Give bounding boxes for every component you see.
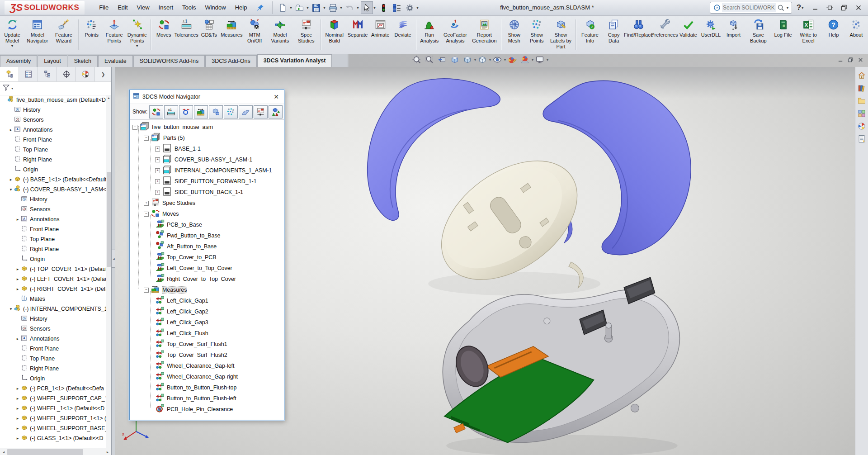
report-generation-button[interactable]: Report Generation <box>470 16 499 54</box>
update-model-button[interactable]: Update Model▼ <box>0 16 24 54</box>
tree-row[interactable]: Top Plane <box>0 145 106 155</box>
settings-gear-caret-icon[interactable]: ▾ <box>417 6 419 10</box>
show-mesh-button[interactable]: Show Mesh <box>503 16 525 54</box>
tree-row[interactable]: Right Plane <box>0 155 106 165</box>
collapsed-arrow-icon[interactable]: ▸ <box>15 436 20 441</box>
import-button[interactable]: Import <box>722 16 745 54</box>
save-document-caret-icon[interactable]: ▾ <box>323 6 325 10</box>
show-labels-by-part-button[interactable]: Show Labels by Part <box>548 16 573 54</box>
feature-points-button[interactable]: Feature Points <box>103 16 126 54</box>
settings-gear-button[interactable] <box>404 1 416 14</box>
navigator-tree-row[interactable]: +INTERNAL_COMPONENTS_1_ASM-1 <box>130 165 284 176</box>
select-cursor-button[interactable] <box>361 1 373 14</box>
show-points-button[interactable] <box>224 105 238 118</box>
tab-evaluate[interactable]: Evaluate <box>98 55 133 67</box>
navigator-tree-row[interactable]: +SIDE_BUTTON_BACK_1-1 <box>130 187 284 198</box>
save-backup-button[interactable]: Save Backup <box>745 16 772 54</box>
navigator-tree-row[interactable]: +SIDE_BUTTON_FORWARD_1-1 <box>130 176 284 187</box>
tolerances-button[interactable]: ±1Tolerances <box>175 16 198 54</box>
menu-insert[interactable]: Insert <box>154 0 178 15</box>
zoom-to-area-button[interactable] <box>423 55 436 65</box>
tree-row[interactable]: ▸(-) TOP_COVER_1<1> (Defaul <box>0 264 106 274</box>
collapsed-arrow-icon[interactable]: ▸ <box>8 177 14 182</box>
collapsed-arrow-icon[interactable]: ▸ <box>15 217 20 222</box>
collapsed-arrow-icon[interactable]: ▸ <box>15 287 20 291</box>
print-document-caret-icon[interactable]: ▾ <box>340 6 342 10</box>
window-close-button[interactable] <box>853 2 864 14</box>
collapsed-arrow-icon[interactable]: ▸ <box>15 277 20 281</box>
panel-tab-displaymanager[interactable] <box>76 67 95 81</box>
menu-edit[interactable]: Edit <box>113 0 132 15</box>
doc-close-button[interactable] <box>855 55 865 64</box>
window-minimize-button[interactable] <box>809 2 821 14</box>
tree-row[interactable]: History <box>0 194 106 204</box>
tree-row[interactable]: ▸(-) BASE_1<1> (Default<<Default: <box>0 175 106 185</box>
scroll-left-arrow[interactable]: ◄ <box>0 448 7 455</box>
tree-row[interactable]: ▸(-) LEFT_COVER_1<1> (Defau <box>0 274 106 284</box>
window-dock-button[interactable] <box>824 2 835 14</box>
menu-help[interactable]: Help <box>231 0 252 15</box>
spec-studies-button[interactable]: Spec Studies <box>294 16 319 54</box>
filter-funnel-icon[interactable] <box>2 83 10 94</box>
tab-3dcs-add-ons[interactable]: 3DCS Add-Ons <box>205 55 256 67</box>
tree-row[interactable]: Top Plane <box>0 354 106 364</box>
search-input[interactable] <box>722 3 776 12</box>
tab-layout[interactable]: Layout <box>38 55 67 67</box>
window-restore-button[interactable] <box>838 2 850 14</box>
tab-3dcs-variation-analyst[interactable]: 3DCS Variation Analyst <box>257 54 332 67</box>
view-settings-caret-icon[interactable]: ▾ <box>547 58 548 62</box>
scroll-up-arrow[interactable]: ▲ <box>106 95 111 101</box>
navigator-close-button[interactable]: ✕ <box>271 92 281 102</box>
tree-row[interactable]: five_button_mouse_asm (Default<Dis <box>0 95 106 105</box>
panel-tab-overflow-button[interactable]: ❯ <box>95 67 111 81</box>
navigator-tree-row[interactable]: Wheel_Clearance_Gap-right <box>130 371 284 382</box>
geofactor-analysis-button[interactable]: GeoFactor Analysis <box>441 16 470 54</box>
expand-box-icon[interactable]: + <box>155 157 160 162</box>
hide-show-items-button[interactable] <box>491 55 504 65</box>
open-document-button[interactable] <box>293 1 306 14</box>
new-document-button[interactable] <box>277 1 289 14</box>
menu-window[interactable]: Window <box>200 0 230 15</box>
navigator-tree-row[interactable]: Top_Cover_Surf_Flush2 <box>130 350 284 360</box>
navigator-tree-row[interactable]: Aft_Button_to_Base <box>130 241 284 252</box>
tree-row[interactable]: ▸(-) WHEEL_SUPPORT_BASE_1 <box>0 423 106 433</box>
feature-info-button[interactable]: iFeature Info <box>577 16 602 54</box>
log-file-button[interactable]: Log File <box>772 16 794 54</box>
vertical-scroll-thumb[interactable] <box>107 172 111 267</box>
feature-tree-horizontal-scrollbar[interactable]: ◄ ► <box>0 448 111 455</box>
menu-view[interactable]: View <box>132 0 154 15</box>
panel-tab-dimxpertmanager[interactable] <box>57 67 76 81</box>
collapsed-arrow-icon[interactable]: ▸ <box>15 267 20 271</box>
save-document-button[interactable] <box>310 1 322 14</box>
animate-button[interactable]: Animate <box>369 16 392 54</box>
tree-row[interactable]: Mates <box>0 294 106 304</box>
navigator-tree-row[interactable]: Left_Click_Gap2 <box>130 306 284 317</box>
tree-row[interactable]: Origin <box>0 374 106 384</box>
tree-row[interactable]: History <box>0 105 106 115</box>
collapsed-arrow-icon[interactable]: ▸ <box>15 426 20 431</box>
navigator-tree-row[interactable]: −Measures <box>130 284 284 295</box>
help-button[interactable]: ?Help <box>822 16 845 54</box>
graphics-viewport[interactable]: x 3DCS Model Navigator ✕ Show: ±1 −five_… <box>115 67 868 455</box>
about-button[interactable]: About <box>845 16 868 54</box>
menu-file[interactable]: File <box>94 0 113 15</box>
tree-row[interactable]: ▸AAnnotations <box>0 125 106 135</box>
tree-row[interactable]: Sensors <box>0 115 106 125</box>
apply-scene-button[interactable] <box>519 55 531 65</box>
show-measures-button[interactable] <box>194 105 208 118</box>
dynamic-points-button[interactable]: Dynamic Points▼ <box>126 16 149 54</box>
tree-row[interactable]: Origin <box>0 165 106 175</box>
validate-button[interactable]: Validate <box>677 16 699 54</box>
navigator-tree-row[interactable]: Wheel_Clearance_Gap-left <box>130 360 284 371</box>
model-variants-button[interactable]: Model Variants <box>266 16 294 54</box>
expanded-arrow-icon[interactable]: ▾ <box>8 187 14 192</box>
show-mtm-button[interactable] <box>209 105 223 118</box>
run-analysis-button[interactable]: Run Analysis <box>418 16 441 54</box>
pin-menu-icon[interactable] <box>255 2 266 13</box>
show-deviation-fan-button[interactable] <box>239 105 253 118</box>
expand-box-icon[interactable]: + <box>155 168 160 173</box>
navigator-tree-row[interactable]: Left_Click_Flush <box>130 328 284 339</box>
edit-appearance-button[interactable] <box>506 55 519 65</box>
menu-tools[interactable]: Tools <box>178 0 200 15</box>
expand-box-icon[interactable]: + <box>155 147 160 152</box>
